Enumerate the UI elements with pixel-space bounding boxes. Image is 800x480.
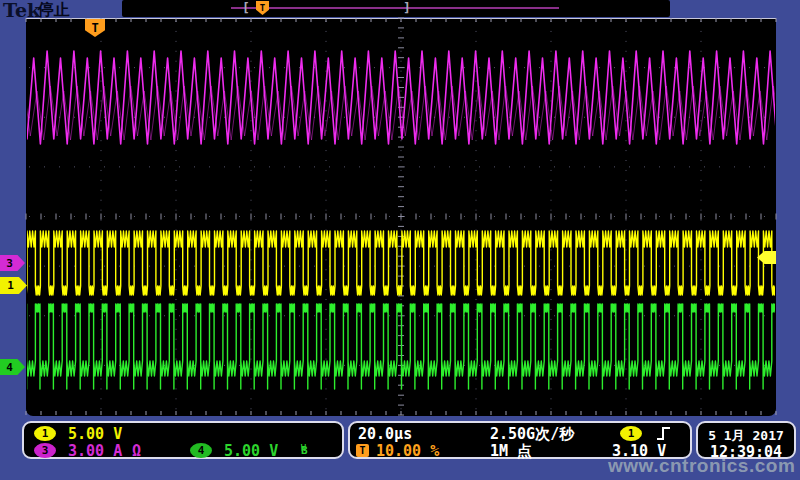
channel-4-position-marker[interactable]: 4 [0, 359, 25, 375]
horizontal-trigger-readout-box: 20.0μs 2.50G次/秒 1 T 10.00 % 1M 点 3.10 V [348, 421, 692, 459]
record-line [231, 7, 559, 9]
channel-4-scale: 5.00 V [224, 444, 278, 459]
oscilloscope-screen: Tek 停止 [ ] T T 3 1 4 1 5.00 V 3 3.00 A Ω… [0, 0, 800, 480]
channel-3-position-marker[interactable]: 3 [0, 255, 25, 271]
channel-3-coupling: Ω [132, 444, 141, 459]
channel-1-position-marker[interactable]: 1 [0, 277, 27, 294]
trigger-source-badge[interactable]: 1 [620, 426, 642, 441]
trigger-position-badge-icon: T [356, 444, 369, 457]
record-length-readout: 1M 点 [490, 444, 532, 459]
record-trigger-marker-icon[interactable]: T [256, 1, 269, 15]
channel-1-badge[interactable]: 1 [34, 426, 56, 441]
watermark: www.cntronics.com [608, 455, 795, 477]
rising-edge-icon [656, 426, 671, 441]
sample-rate-readout: 2.50G次/秒 [490, 427, 574, 442]
window-bracket-right: ] [403, 0, 411, 16]
channel-readout-box: 1 5.00 V 3 3.00 A Ω 4 5.00 V BW [22, 421, 344, 459]
channel-3-badge[interactable]: 3 [34, 443, 56, 458]
datetime-box: 5 1月 2017 12:39:04 [696, 421, 796, 459]
channel-4-badge[interactable]: 4 [190, 443, 212, 458]
window-bracket-left: [ [242, 0, 250, 16]
record-view-bar[interactable]: [ ] T [122, 0, 670, 17]
waveform-display [26, 18, 776, 416]
channel-3-scale: 3.00 A [68, 444, 122, 459]
timebase-readout: 20.0μs [358, 427, 412, 442]
trigger-position-readout: 10.00 % [376, 444, 439, 459]
channel-1-scale: 5.00 V [68, 427, 122, 442]
